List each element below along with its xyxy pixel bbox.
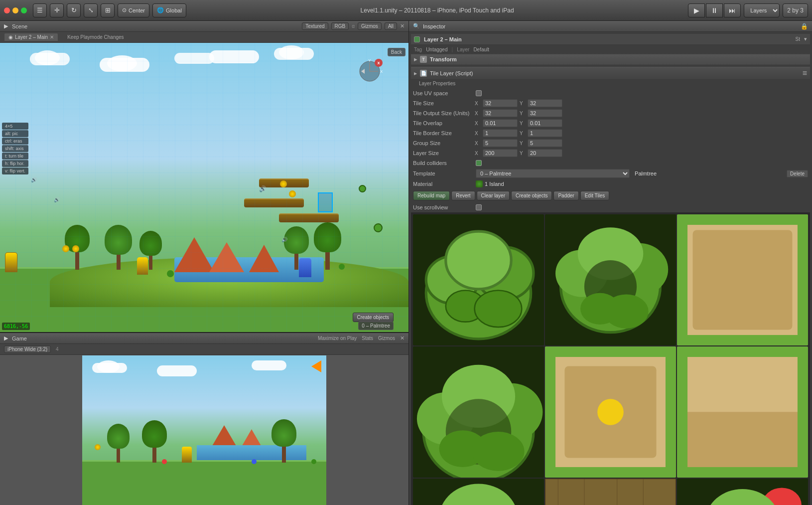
tile-item-5[interactable] — [545, 346, 676, 478]
step-button[interactable]: ⏭ — [724, 3, 741, 17]
svg-rect-28 — [677, 214, 687, 345]
pause-button[interactable]: ⏸ — [706, 3, 723, 17]
build-colliders-checkbox[interactable] — [476, 160, 482, 166]
transform-section[interactable]: ▶ T Transform — [411, 54, 810, 65]
game-controls: Maximize on Play Stats Gizmos ✕ — [318, 335, 405, 341]
clear-layer-button[interactable]: Clear layer — [477, 191, 510, 200]
scene-tab[interactable]: Scene — [12, 23, 27, 29]
scene-layer-tab[interactable]: ◉ Layer 2 – Main ✕ — [4, 33, 58, 41]
scale-tool-button[interactable]: ⤡ — [84, 3, 98, 17]
tile-item-6[interactable] — [677, 346, 808, 478]
delete-template-button[interactable]: Delete — [787, 170, 808, 177]
tile-overlap-y-input[interactable] — [528, 119, 562, 127]
use-scrollview-checkbox[interactable] — [476, 204, 482, 210]
cloud-3 — [174, 53, 214, 64]
coin-4 — [72, 245, 79, 252]
create-objects-button[interactable]: Create objects — [353, 313, 394, 322]
tile-overlap-row: Tile Overlap X Y — [411, 118, 810, 128]
tile-border-y-input[interactable] — [528, 129, 562, 137]
gizmos-label[interactable]: Gizmos — [378, 336, 395, 341]
tag-value[interactable]: Untagged — [426, 47, 447, 52]
play-controls: ▶ ⏸ ⏭ — [688, 3, 741, 17]
tile-size-x-input[interactable] — [483, 99, 518, 107]
gizmos-dropdown[interactable]: Gizmos — [358, 22, 382, 30]
close-button[interactable] — [4, 7, 10, 13]
scene-viewport[interactable]: 🔊 🔊 🔊 🔊 — [0, 43, 408, 332]
tile-size-x-label: X — [475, 101, 481, 106]
game-tab[interactable]: Game — [12, 336, 27, 341]
play-button[interactable]: ▶ — [688, 3, 705, 17]
tile-output-x-label: X — [475, 111, 481, 116]
svg-rect-42 — [545, 467, 676, 478]
object-enabled-checkbox[interactable] — [414, 36, 420, 42]
tile-item-7[interactable] — [413, 479, 544, 505]
maximize-button[interactable] — [21, 7, 27, 13]
tile-border-x-input[interactable] — [483, 129, 518, 137]
rgb-dropdown[interactable]: RGB — [331, 22, 349, 30]
tile-item-8[interactable] — [545, 479, 676, 505]
stats-label[interactable]: Stats — [362, 336, 373, 341]
tile-layer-icon: 📄 — [420, 70, 427, 77]
tag-layer-bar: Tag Untagged | Layer Default — [411, 45, 810, 54]
tile-overlap-x-input[interactable] — [483, 119, 518, 127]
tile-size-y-input[interactable] — [528, 99, 562, 107]
minimize-button[interactable] — [12, 7, 18, 13]
shortcut-shift: shift: axis — [2, 145, 28, 152]
use-uv-checkbox[interactable] — [476, 90, 482, 96]
rect-tool-button[interactable]: ⊞ — [101, 3, 115, 17]
layer-size-x-input[interactable] — [483, 149, 518, 157]
all-dropdown[interactable]: All — [385, 22, 397, 30]
layers-dropdown[interactable]: Layers — [744, 3, 780, 17]
hand-tool-button[interactable]: ☰ — [33, 3, 47, 17]
inspector-title[interactable]: Inspector — [423, 23, 445, 29]
material-value[interactable]: 1 Island — [485, 181, 808, 187]
edit-tiles-button[interactable]: Edit Tiles — [580, 191, 610, 200]
tile-item-3[interactable] — [677, 214, 808, 345]
selected-object[interactable] — [318, 192, 333, 212]
back-button[interactable]: Back — [388, 48, 406, 56]
enemy-char — [299, 258, 311, 277]
resolution-dropdown[interactable]: iPhone Wide (3:2) — [4, 345, 51, 353]
tile-item-9[interactable] — [677, 479, 808, 505]
maximize-label[interactable]: Maximize on Play — [318, 336, 357, 341]
game-close-icon[interactable]: ✕ — [400, 335, 405, 341]
palmtree-selector[interactable]: 0 – Palmtree — [358, 322, 394, 330]
rotate-tool-button[interactable]: ↻ — [67, 3, 81, 17]
textured-dropdown[interactable]: Textured — [302, 22, 328, 30]
tile-item-1[interactable] — [413, 214, 544, 345]
rebuild-map-button[interactable]: Rebuild map — [413, 191, 450, 200]
tile-layer-menu[interactable]: ≡ — [803, 69, 807, 78]
shortcut-t: t: turn tile — [2, 153, 28, 160]
tile-overlap-x-label: X — [475, 121, 481, 126]
scene-close-icon[interactable]: ✕ — [400, 23, 405, 29]
tile-output-y-input[interactable] — [528, 109, 562, 117]
create-objects-inspector-button[interactable]: Create objects — [511, 191, 552, 200]
layer-size-y-label: Y — [520, 151, 526, 156]
revert-button[interactable]: Revert — [451, 191, 475, 200]
global-button[interactable]: 🌐 Global — [152, 3, 186, 17]
tile-border-xy: X Y — [475, 129, 808, 137]
layer-close[interactable]: ✕ — [50, 34, 54, 40]
static-dropdown[interactable]: ▾ — [804, 36, 807, 42]
layer-value[interactable]: Default — [473, 47, 489, 52]
group-size-x-input[interactable] — [483, 139, 518, 147]
layer-size-y-input[interactable] — [528, 149, 562, 157]
tile-grid — [411, 212, 810, 505]
padder-button[interactable]: Padder — [553, 191, 578, 200]
game-flower-2 — [252, 459, 257, 464]
palm-2 — [105, 225, 132, 270]
group-size-y-input[interactable] — [528, 139, 562, 147]
center-button[interactable]: ⊙ Center — [118, 3, 149, 17]
scene-panel-header: ▶ Scene Textured RGB α Gizmos All ✕ — [0, 21, 408, 32]
game-panel: ▶ Game Maximize on Play Stats Gizmos ✕ i… — [0, 333, 408, 505]
game-viewport — [0, 355, 408, 505]
speaker-3: 🔊 — [31, 177, 37, 182]
move-tool-button[interactable]: ✛ — [50, 3, 64, 17]
tile-item-4[interactable] — [413, 346, 544, 478]
tile-item-2[interactable] — [545, 214, 676, 345]
template-select[interactable]: 0 – Palmtree — [476, 169, 630, 178]
platform-1 — [244, 198, 304, 207]
inspector-lock-icon[interactable]: 🔒 — [801, 23, 808, 30]
tile-output-x-input[interactable] — [483, 109, 518, 117]
tile-layer-header[interactable]: ▶ 📄 Tile Layer (Script) ≡ — [411, 67, 810, 80]
